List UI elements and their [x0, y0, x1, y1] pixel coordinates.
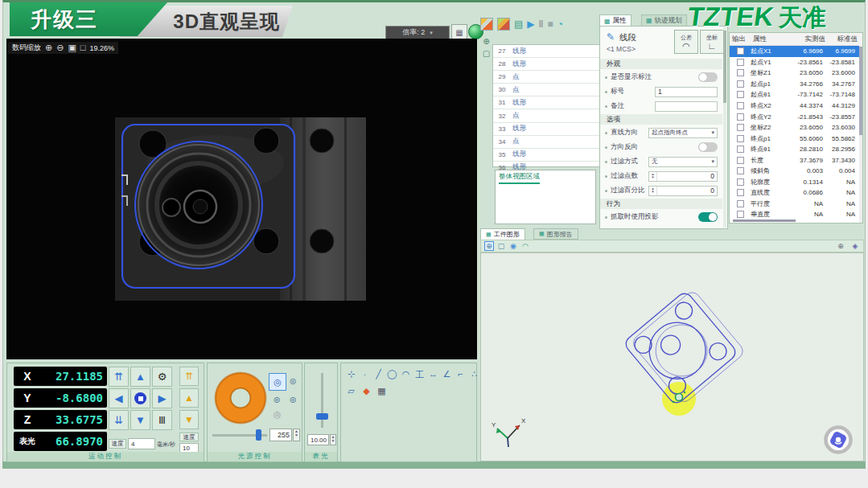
light-value-input[interactable]: 255 [269, 429, 292, 441]
filter-mode-select[interactable]: 无▾ [648, 157, 718, 167]
filter-percent-stepper[interactable]: ▲▼0 [648, 186, 718, 196]
z-fast-up-button[interactable]: ⇈ [179, 367, 199, 386]
output-checkbox[interactable] [737, 200, 744, 207]
arc-tool-icon[interactable]: ◠ [400, 369, 412, 381]
zoom-in-icon[interactable]: ⊕ [45, 43, 52, 52]
show-annotation-toggle[interactable] [698, 72, 718, 82]
table-row[interactable]: 坐标Z223.605023.6030 [730, 122, 862, 133]
output-checkbox[interactable] [737, 80, 744, 88]
output-checkbox[interactable] [737, 167, 744, 174]
light-mode-ring-button[interactable]: ◎ [269, 373, 286, 391]
jog-down-button[interactable]: ▼ [130, 410, 150, 430]
light-mode-4-button[interactable]: ⊛ [286, 393, 299, 406]
mini-zoom-icon[interactable]: ⊕ [483, 37, 489, 46]
index-input[interactable]: 1 [655, 87, 718, 97]
overview-label[interactable]: 整体视图区域 [499, 172, 540, 184]
table-row[interactable]: 长度37.367937.3430 [730, 154, 862, 166]
motion-control-tab[interactable]: 运动控制 [7, 452, 204, 461]
output-checkbox[interactable] [737, 102, 744, 109]
jog-stop-button[interactable] [130, 388, 150, 408]
jog-adjust-button[interactable]: Ⅲ [152, 410, 172, 430]
origin-tool-icon[interactable]: ⊹ [345, 369, 357, 381]
tab-graphics-report[interactable]: ▦ 图形报告 [533, 228, 578, 240]
jog-right-button[interactable]: ▶ [152, 388, 172, 408]
distance-tool-icon[interactable]: 工 [413, 369, 426, 381]
loop-icon[interactable]: ◔ [557, 18, 563, 30]
scene-icon-2[interactable] [497, 18, 510, 31]
reverse-direction-toggle[interactable] [698, 142, 718, 152]
light-mode-5-button[interactable]: ◎ [271, 408, 283, 420]
save-icon[interactable]: ▤ [514, 18, 523, 30]
jog-fast-up-button[interactable]: ⇈ [109, 367, 129, 387]
output-checkbox[interactable] [737, 211, 744, 218]
view-cube-icon[interactable]: ▢ [496, 241, 506, 251]
table-row[interactable]: 坐标Z123.605023.6000 [730, 68, 862, 79]
results-hscrollbar[interactable] [733, 219, 796, 222]
viewport-3d[interactable]: Y X [480, 252, 864, 461]
viewer-settings-icon[interactable]: ◈ [850, 241, 860, 251]
output-checkbox[interactable] [737, 157, 744, 164]
stop-button[interactable]: ■ [548, 18, 553, 30]
output-checkbox[interactable] [737, 178, 744, 186]
z-down-button[interactable]: ▼ [179, 410, 199, 429]
surface-light-input[interactable]: 10.00 [307, 434, 329, 445]
scatter-tool-icon[interactable]: ∴ [468, 369, 480, 381]
output-checkbox[interactable] [737, 135, 744, 142]
output-checkbox[interactable] [737, 91, 744, 98]
light-mode-3-button[interactable]: ⊛ [270, 393, 283, 406]
tab-trajectory[interactable]: ▦ 轨迹规划 [641, 14, 687, 27]
corner-tool-icon[interactable]: ⌐ [455, 369, 467, 381]
viewer-zoom-icon[interactable]: ⊕ [836, 241, 845, 251]
calculator-tool-icon[interactable]: ▦ [376, 386, 388, 396]
properties-scrollbar[interactable] [723, 27, 726, 228]
tolerance-button[interactable]: 公差 ◠ [674, 30, 698, 54]
fit-view-icon[interactable]: ▣ [68, 43, 76, 52]
tab-properties[interactable]: ▦ 属性 [599, 14, 631, 27]
width-tool-icon[interactable]: ↔ [427, 369, 439, 381]
view-zoom-icon[interactable]: ⊕ [484, 241, 494, 251]
line-direction-select[interactable]: 起点指向终点▾ [648, 128, 718, 138]
camera-grid-button[interactable]: ▦ [451, 24, 467, 40]
jog-fast-down-button[interactable]: ⇊ [109, 410, 129, 430]
light-control-tab[interactable]: 光源控制 [208, 452, 302, 461]
light-slider-handle[interactable] [256, 429, 261, 441]
output-checkbox[interactable] [737, 189, 744, 196]
output-checkbox[interactable] [737, 124, 744, 131]
table-row[interactable]: 起点Y1-23.8561-23.8581 [730, 57, 862, 68]
table-row[interactable]: 直线度0.0686NA [730, 187, 862, 199]
use-projection-toggle[interactable] [698, 212, 718, 222]
pause-button[interactable]: ‖ [539, 18, 544, 30]
output-checkbox[interactable] [737, 47, 744, 55]
z-up-button[interactable]: ▲ [179, 388, 199, 408]
output-checkbox[interactable] [737, 59, 744, 66]
ring-light-graphic[interactable] [214, 371, 267, 424]
table-row[interactable]: 轮廓度0.1314NA [730, 177, 862, 188]
coordinate-button[interactable]: 坐标 ∟ [700, 30, 724, 54]
surface-light-tab[interactable]: 表光 [305, 452, 337, 461]
results-scrollbar[interactable] [859, 45, 862, 223]
point-tool-icon[interactable]: ∙ [359, 369, 371, 381]
actual-size-icon[interactable]: □ [80, 43, 86, 52]
table-row[interactable]: 终点p155.606055.5862 [730, 133, 862, 144]
jog-settings-button[interactable]: ⚙ [152, 367, 172, 387]
table-row[interactable]: 倾斜角0.0030.004 [730, 166, 862, 177]
surface-light-stepper[interactable]: ▲▼ [330, 434, 336, 445]
output-checkbox[interactable] [737, 69, 744, 76]
sphere-tool-icon[interactable]: ◆ [360, 386, 372, 396]
table-row[interactable]: 终点θ128.281028.2956 [730, 144, 862, 155]
play-button[interactable]: ▶ [527, 18, 534, 30]
light-mode-2-button[interactable]: ⊚ [286, 375, 299, 388]
magnification-select[interactable]: 倍率: 2 ▾ [385, 26, 450, 39]
note-input[interactable] [655, 101, 718, 112]
view-eye-icon[interactable]: ◉ [508, 241, 518, 251]
jog-up-button[interactable]: ▲ [130, 367, 150, 387]
line-tool-icon[interactable]: ╱ [372, 369, 385, 381]
table-row[interactable]: 起点θ1-73.7142-73.7148 [730, 89, 862, 100]
filter-points-stepper[interactable]: ▲▼0 [648, 171, 718, 182]
table-row[interactable]: 终点Y2-21.8543-23.8557 [730, 111, 862, 122]
light-value-stepper[interactable]: ▲▼ [293, 429, 300, 441]
table-row[interactable]: 起点X16.96966.9699 [730, 46, 862, 57]
scene-icon-1[interactable] [480, 18, 493, 31]
output-checkbox[interactable] [737, 113, 744, 121]
tab-workpiece-graphics[interactable]: ▦ 工件图形 [480, 228, 525, 240]
